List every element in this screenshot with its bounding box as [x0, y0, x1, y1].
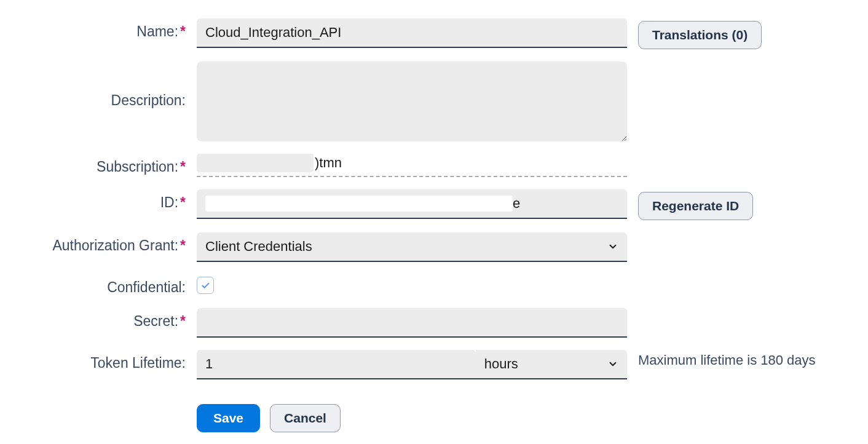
label-authorization-grant: Authorization Grant:*	[12, 232, 197, 254]
row-id: ID:* e Regenerate ID	[12, 189, 856, 220]
id-readonly: e	[197, 189, 627, 219]
description-textarea[interactable]	[197, 61, 627, 141]
required-marker: *	[180, 159, 186, 175]
subscription-readonly: )tmn	[197, 154, 627, 177]
label-name: Name:*	[12, 18, 197, 40]
chevron-down-icon	[607, 241, 618, 252]
token-lifetime-unit-select[interactable]: hours	[476, 350, 627, 379]
row-secret: Secret:*	[12, 308, 856, 338]
chevron-down-icon	[607, 359, 618, 370]
token-lifetime-value-input[interactable]	[197, 350, 476, 379]
subscription-value-suffix: )tmn	[315, 155, 342, 171]
confidential-checkbox[interactable]	[197, 277, 214, 294]
authorization-grant-value: Client Credentials	[205, 239, 312, 255]
token-lifetime-unit-value: hours	[484, 356, 518, 372]
token-lifetime-hint: Maximum lifetime is 180 days	[638, 352, 816, 368]
secret-input[interactable]	[197, 308, 627, 338]
save-button[interactable]: Save	[197, 404, 260, 432]
redacted-block	[197, 154, 314, 172]
required-marker: *	[180, 237, 186, 253]
authorization-grant-select[interactable]: Client Credentials	[197, 232, 627, 262]
label-description: Description:	[12, 61, 197, 109]
check-icon	[200, 280, 211, 291]
row-name: Name:* Translations (0)	[12, 18, 856, 49]
required-marker: *	[180, 313, 186, 329]
row-token-lifetime: Token Lifetime: hours Maximum lifetime i…	[12, 350, 856, 379]
label-subscription: Subscription:*	[12, 154, 197, 175]
translations-button[interactable]: Translations (0)	[638, 21, 762, 49]
label-id: ID:*	[12, 189, 197, 211]
cancel-button[interactable]: Cancel	[270, 404, 341, 432]
regenerate-id-button[interactable]: Regenerate ID	[638, 192, 753, 220]
row-actions: Save Cancel	[12, 404, 856, 432]
name-input[interactable]	[197, 18, 627, 48]
id-value-suffix: e	[513, 196, 520, 212]
label-token-lifetime: Token Lifetime:	[12, 350, 197, 371]
redacted-block	[205, 196, 513, 212]
row-description: Description:	[12, 61, 856, 141]
required-marker: *	[180, 23, 186, 39]
label-secret: Secret:*	[12, 308, 197, 330]
row-subscription: Subscription:* )tmn	[12, 154, 856, 177]
row-confidential: Confidential:	[12, 274, 856, 296]
label-confidential: Confidential:	[12, 274, 197, 296]
required-marker: *	[180, 194, 186, 210]
row-authorization-grant: Authorization Grant:* Client Credentials	[12, 232, 856, 262]
